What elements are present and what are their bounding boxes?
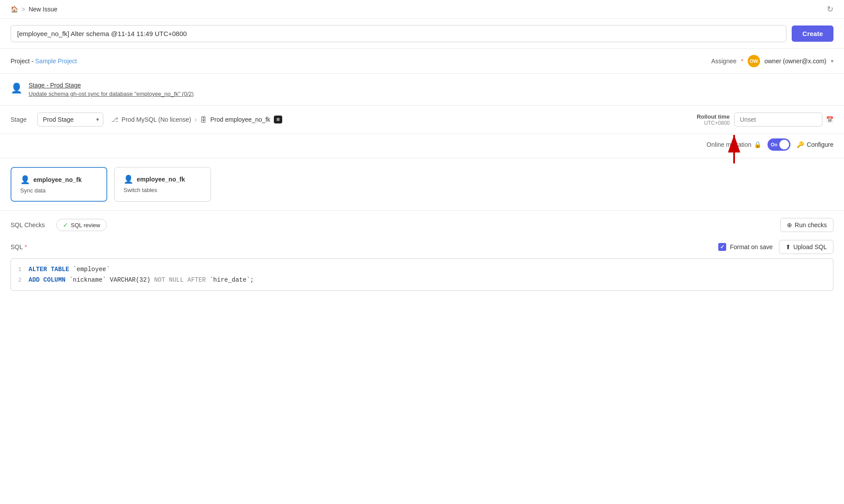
keyword-alter-table: ALTER TABLE [29,266,69,273]
db-terminal-icon[interactable]: ⌗ [274,116,282,123]
breadcrumb: 🏠 > New Issue [11,6,58,13]
code-content-1: ALTER TABLE `employee` [29,266,833,273]
upload-sql-button[interactable]: ⬆ Upload SQL [779,240,833,254]
run-checks-label: Run checks [795,221,827,228]
format-on-save-text: Format on save [730,243,772,250]
code-body: 1 ALTER TABLE `employee` 2 ADD COLUMN `n… [11,259,833,290]
stage-select[interactable]: Prod Stage [37,112,103,127]
configure-icon: 🔑 [797,141,804,148]
config-row: Stage Prod Stage ⎇ Prod MySQL (No licens… [0,105,844,134]
run-checks-circle-icon: ⊕ [787,221,792,228]
db-icon: 🗄 [200,116,207,123]
breadcrumb-separator: > [22,6,25,13]
line-number-1: 1 [11,266,29,273]
task-card-switch[interactable]: 👤 employee_no_fk Switch tables [114,167,211,202]
avatar: OW [748,55,760,67]
rollout-time-input[interactable] [734,112,822,127]
db-path-arrow: › [195,116,197,123]
task-name-sync: employee_no_fk [33,176,82,183]
refresh-icon[interactable]: ↻ [827,4,833,14]
tasks-row: 👤 employee_no_fk Sync data 👤 employee_no… [0,158,844,211]
sql-actions: Format on save ⬆ Upload SQL [718,240,833,254]
rollout-input-wrap: 📅 [734,112,833,127]
checks-left: SQL Checks ✓ SQL review [11,219,107,231]
breadcrumb-page-title: New Issue [29,6,57,13]
create-button[interactable]: Create [792,25,833,42]
sql-code-editor[interactable]: 1 ALTER TABLE `employee` 2 ADD COLUMN `n… [11,258,833,291]
online-migration-text: Online migration [706,141,751,148]
project-link[interactable]: Sample Project [35,58,77,65]
assignee-required-marker: * [741,58,743,65]
toggle-knob [779,140,789,149]
format-on-save-label[interactable]: Format on save [718,243,772,251]
assignee-section: Assignee * OW owner (owner@x.com) ▾ [711,55,833,67]
assignee-dropdown-icon[interactable]: ▾ [831,58,833,64]
project-label: Project - [11,58,33,65]
assignee-label: Assignee [711,58,737,65]
assignee-name: owner (owner@x.com) [764,58,826,65]
sql-checks-row: SQL Checks ✓ SQL review ⊕ Run checks [0,211,844,236]
task-person-icon-sync: 👤 [20,175,30,185]
db-branch-icon: ⎇ [111,116,118,123]
code-table-name: `employee` [73,266,110,273]
task-sub-switch: Switch tables [124,187,202,193]
sql-review-label: SQL review [71,222,100,228]
line-number-2: 2 [11,277,29,283]
person-icon: 👤 [11,83,22,94]
sql-review-badge[interactable]: ✓ SQL review [56,219,107,231]
task-card-header-sync: 👤 employee_no_fk [20,175,98,185]
upload-icon: ⬆ [786,243,791,250]
sql-label-wrap: SQL * [11,243,27,250]
db-path-label: Prod MySQL (No license) [122,116,191,123]
configure-button[interactable]: 🔑 Configure [797,141,833,148]
project-info: Project - Sample Project [11,58,77,65]
format-on-save-checkbox[interactable] [718,243,726,251]
stage-description[interactable]: Update schema gh-ost sync for database "… [29,91,194,97]
task-card-header-switch: 👤 employee_no_fk [124,174,202,184]
top-nav: 🏠 > New Issue ↻ [0,0,844,19]
calendar-icon[interactable]: 📅 [826,116,833,123]
keyword-add-column: ADD COLUMN [29,276,65,283]
stage-field-label: Stage [11,116,27,123]
task-name-switch: employee_no_fk [137,176,185,183]
stage-info-text: Stage - Prod Stage Update schema gh-ost … [29,82,194,97]
upload-sql-label: Upload SQL [793,243,827,250]
sql-required-marker: * [25,243,27,250]
stage-info-row: 👤 Stage - Prod Stage Update schema gh-os… [0,74,844,105]
issue-title-input[interactable] [11,25,786,42]
online-migration-row: Online migration 🔒 On 🔑 Configure [0,134,844,158]
code-column-def: `nickname` VARCHAR(32) [69,276,154,283]
home-icon[interactable]: 🏠 [11,6,18,13]
keyword-not-null-after: NOT NULL AFTER [154,276,206,283]
configure-label: Configure [807,141,833,148]
lock-icon: 🔒 [754,141,761,148]
db-name: Prod employee_no_fk [210,116,270,123]
task-sub-sync: Sync data [20,187,98,194]
sql-section-header: SQL * Format on save ⬆ Upload SQL [0,236,844,258]
task-card-sync[interactable]: 👤 employee_no_fk Sync data [11,167,107,202]
rollout-timezone: UTC+0800 [704,120,730,126]
code-content-2: ADD COLUMN `nickname` VARCHAR(32) NOT NU… [29,276,833,283]
sql-label: SQL [11,243,23,250]
stage-title[interactable]: Stage - Prod Stage [29,82,194,89]
toggle-label: On [771,142,777,147]
run-checks-button[interactable]: ⊕ Run checks [780,218,833,232]
title-bar: Create [0,19,844,49]
online-migration-toggle[interactable]: On [768,138,790,151]
rollout-label: Rollout time [697,113,730,120]
code-after-col: `hire_date`; [210,276,254,283]
check-icon: ✓ [63,221,68,228]
project-row: Project - Sample Project Assignee * OW o… [0,49,844,74]
sql-checks-label: SQL Checks [11,221,45,228]
code-line-1: 1 ALTER TABLE `employee` [11,264,833,275]
db-path: ⎇ Prod MySQL (No license) › 🗄 Prod emplo… [111,116,689,123]
task-person-icon-switch: 👤 [124,174,133,184]
online-migration-label: Online migration 🔒 [706,141,761,148]
stage-select-wrap: Prod Stage [37,112,103,127]
code-line-2: 2 ADD COLUMN `nickname` VARCHAR(32) NOT … [11,275,833,285]
